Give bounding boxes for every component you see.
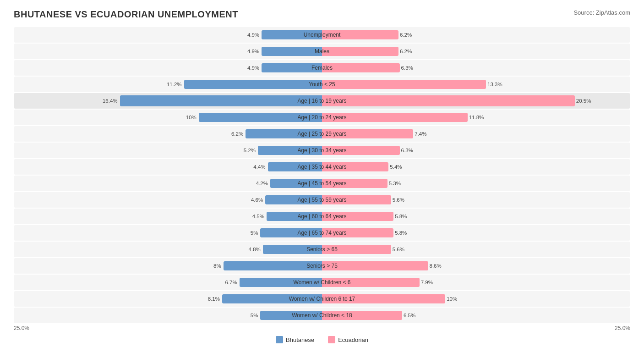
bar-row-inner: 10% Age | 20 to 24 years 11.8% [14,110,630,125]
center-label: Age | 35 to 44 years [297,164,346,170]
right-section: 6.3% [322,143,630,158]
center-label: Females [311,65,333,71]
bar-row: 4.9% Males 6.2% [14,44,630,59]
right-section: 10% [322,291,630,307]
bar-blue [262,47,322,56]
value-left: 6.7% [225,280,238,285]
legend-label-bhutanese: Bhutanese [286,336,314,343]
bar-row: 5.2% Age | 30 to 34 years 6.3% [14,143,630,158]
value-left: 10% [186,115,198,120]
left-section: 4.9% [14,27,322,43]
left-section: 10% [14,110,322,125]
chart-rows-wrapper: 4.9% Unemployment 6.2% [14,27,630,323]
bar-row: 4.6% Age | 55 to 59 years 5.6% [14,192,630,208]
bar-row-inner: 4.8% Seniors > 65 5.6% [14,242,630,257]
right-section: 5.4% [322,159,630,175]
right-section: 5.3% [322,176,630,191]
bar-row: 4.8% Seniors > 65 5.6% [14,242,630,257]
value-right: 11.8% [468,115,484,120]
bar-pink [322,261,428,270]
value-left: 16.4% [103,98,119,104]
bar-row: 4.9% Unemployment 6.2% [14,27,630,43]
bar-row: 5% Age | 65 to 74 years 5.8% [14,225,630,241]
bar-pink [322,95,575,106]
value-left: 4.2% [256,181,269,186]
bar-row: 4.2% Age | 45 to 54 years 5.3% [14,176,630,191]
bar-row: 8% Seniors > 75 8.6% [14,258,630,274]
left-section: 4.9% [14,44,322,59]
bar-row: 11.2% Youth < 25 13.3% [14,77,630,92]
left-section: 5% [14,225,322,241]
value-right: 6.3% [400,65,413,71]
value-left: 11.2% [167,82,183,87]
bar-row-inner: 8.1% Women w/ Children 6 to 17 10% [14,291,630,307]
right-section: 5.6% [322,192,630,208]
center-label: Age | 20 to 24 years [297,114,346,121]
center-label: Age | 60 to 64 years [297,213,346,220]
bar-row-inner: 5% Women w/ Children < 18 6.5% [14,308,630,323]
center-label: Age | 45 to 54 years [297,180,346,187]
value-left: 4.9% [247,65,261,71]
left-section: 5% [14,308,322,323]
bar-row-inner: 5% Age | 65 to 74 years 5.8% [14,225,630,241]
bar-pink [322,63,400,72]
left-section: 4.6% [14,192,322,208]
right-section: 5.6% [322,242,630,257]
bar-row: 4.9% Females 6.3% [14,60,630,76]
bar-pink [322,47,398,56]
right-section: 13.3% [322,77,630,92]
axis-labels: 25.0% 25.0% [14,325,630,331]
value-left: 4.8% [249,247,262,252]
left-section: 8.1% [14,291,322,307]
center-label: Age | 65 to 74 years [297,230,346,236]
center-label: Unemployment [304,32,341,38]
bar-row: 6.2% Age | 25 to 29 years 7.4% [14,126,630,142]
center-label: Seniors > 75 [306,263,338,269]
axis-right-label: 25.0% [615,325,630,331]
value-right: 6.2% [398,32,412,38]
bar-row-inner: 4.9% Unemployment 6.2% [14,27,630,43]
left-section: 11.2% [14,77,322,92]
value-right: 7.9% [420,280,433,285]
value-right: 10% [445,296,457,302]
right-section: 6.2% [322,27,630,43]
value-left: 4.9% [247,49,261,54]
left-section: 16.4% [14,93,322,109]
bar-row: 4.5% Age | 60 to 64 years 5.8% [14,209,630,224]
value-left: 6.2% [231,131,245,137]
bar-row-inner: 8% Seniors > 75 8.6% [14,258,630,274]
axis-left-label: 25.0% [14,325,29,331]
value-left: 4.5% [252,214,266,219]
bar-row-inner: 5.2% Age | 30 to 34 years 6.3% [14,143,630,158]
legend-swatch-ecuadorian [328,336,335,343]
center-label: Age | 16 to 19 years [297,98,346,104]
bar-pink [322,80,486,89]
bar-row-inner: 16.4% Age | 16 to 19 years 20.5% [14,93,630,109]
center-label: Women w/ Children < 6 [294,279,351,286]
value-left: 4.9% [247,32,261,38]
right-section: 6.2% [322,44,630,59]
chart-source: Source: ZipAtlas.com [573,9,630,16]
right-section: 7.9% [322,275,630,290]
value-right: 5.8% [393,230,407,236]
center-label: Youth < 25 [309,81,335,88]
value-left: 8.1% [208,296,221,302]
value-right: 13.3% [486,82,502,87]
left-section: 4.8% [14,242,322,257]
value-right: 6.2% [398,49,412,54]
chart-title: BHUTANESE VS ECUADORIAN UNEMPLOYMENT [14,9,238,20]
bar-row-inner: 6.7% Women w/ Children < 6 7.9% [14,275,630,290]
left-section: 4.9% [14,60,322,76]
bar-row-inner: 4.4% Age | 35 to 44 years 5.4% [14,159,630,175]
right-section: 11.8% [322,110,630,125]
left-section: 6.2% [14,126,322,142]
bar-row: 16.4% Age | 16 to 19 years 20.5% [14,93,630,109]
bar-blue [120,95,322,106]
bar-row-inner: 4.6% Age | 55 to 59 years 5.6% [14,192,630,208]
value-right: 8.6% [428,263,442,269]
value-right: 5.6% [391,247,404,252]
center-label: Males [315,48,329,55]
bar-row-inner: 4.2% Age | 45 to 54 years 5.3% [14,176,630,191]
chart-header: BHUTANESE VS ECUADORIAN UNEMPLOYMENT Sou… [14,9,630,20]
center-label: Seniors > 65 [306,246,338,253]
